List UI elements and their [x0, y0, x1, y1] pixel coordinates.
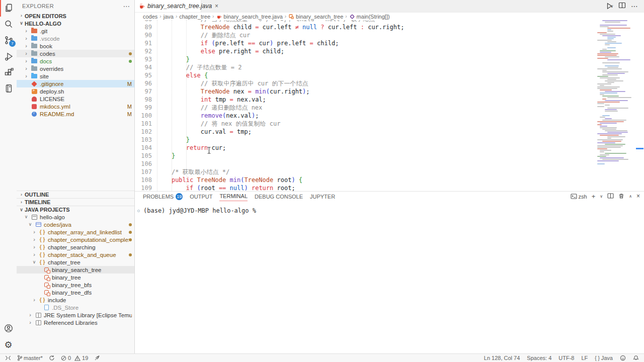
- section-timeline[interactable]: › TIMELINE: [17, 198, 134, 206]
- file-item-docs[interactable]: ›docs: [17, 57, 134, 65]
- code-editor[interactable]: 88// 当子结点数量 = 0 / 1 时， child = null / 该子…: [135, 20, 596, 191]
- java-item--ds-store[interactable]: .DS_Store: [17, 304, 134, 311]
- code-line-93[interactable]: 93}: [135, 55, 596, 63]
- terminal-shell-selector[interactable]: zsh: [571, 194, 587, 200]
- code-line-102[interactable]: 102cur.val = tmp;: [135, 128, 596, 136]
- language-mode[interactable]: { } Java: [595, 355, 613, 361]
- java-item-codes-java[interactable]: ∨codes/java: [17, 221, 134, 228]
- java-item-chapter-tree[interactable]: ∨chapter_tree: [17, 258, 134, 266]
- file-item--git[interactable]: ›.git: [17, 27, 134, 35]
- account-icon[interactable]: [0, 320, 17, 336]
- file-item-readme-md[interactable]: README.mdM: [17, 110, 134, 118]
- java-item-binary-tree[interactable]: binary_tree: [17, 274, 134, 281]
- terminal[interactable]: (base) jyd@JYD-MBP hello-algo %: [135, 201, 644, 214]
- section-open-editors[interactable]: › OPEN EDITORS: [17, 12, 134, 20]
- run-debug-icon[interactable]: [0, 48, 17, 64]
- notebook-icon[interactable]: [0, 80, 17, 97]
- code-line-101[interactable]: 101// 将 nex 的值复制给 cur: [135, 120, 596, 128]
- java-item-include[interactable]: ›include: [17, 296, 134, 304]
- java-item-binary-tree-dfs[interactable]: binary_tree_dfs: [17, 289, 134, 296]
- source-control-icon[interactable]: 7: [0, 32, 17, 48]
- section-outline[interactable]: › OUTLINE: [17, 191, 134, 198]
- java-item-binary-tree-bfs[interactable]: binary_tree_bfs: [17, 281, 134, 289]
- eol-setting[interactable]: LF: [581, 355, 588, 361]
- close-panel-icon[interactable]: ×: [636, 194, 640, 199]
- command-decoration-icon[interactable]: [137, 210, 140, 212]
- tab-close-icon[interactable]: ×: [215, 3, 218, 9]
- code-line-106[interactable]: 106: [135, 160, 596, 168]
- tab-binary-search-tree[interactable]: binary_search_tree.java ×: [135, 0, 201, 12]
- code-line-103[interactable]: 103}: [135, 136, 596, 144]
- file-item-overrides[interactable]: ›overrides: [17, 65, 134, 72]
- terminal-dropdown-chevron-icon[interactable]: ∨: [600, 194, 603, 199]
- extensions-icon[interactable]: [0, 64, 17, 80]
- git-branch-status[interactable]: master*: [17, 355, 43, 361]
- breadcrumb-class[interactable]: binary_search_tree: [296, 14, 343, 20]
- tab-debug-console[interactable]: DEBUG CONSOLE: [255, 192, 303, 201]
- kill-terminal-icon[interactable]: [618, 193, 624, 200]
- java-item-binary-search-tree[interactable]: binary_search_tree: [17, 266, 134, 274]
- explorer-more-actions-icon[interactable]: [123, 2, 130, 10]
- explorer-icon[interactable]: [0, 0, 17, 16]
- code-line-98[interactable]: 98int tmp = nex.val;: [135, 96, 596, 104]
- file-item-license[interactable]: LICENSE: [17, 95, 134, 103]
- remote-indicator-icon[interactable]: [5, 355, 11, 360]
- java-item-referenced-libraries[interactable]: ›Referenced Libraries: [17, 319, 134, 326]
- java-item-chapter-searching[interactable]: ›chapter_searching: [17, 243, 134, 251]
- code-line-96[interactable]: 96// 获取中序遍历中 cur 的下一个结点: [135, 79, 596, 87]
- cursor-position[interactable]: Ln 128, Col 74: [484, 355, 520, 361]
- run-java-button[interactable]: ∨: [605, 2, 613, 10]
- tab-output[interactable]: OUTPUT: [190, 192, 212, 201]
- section-workspace-root[interactable]: ∨ HELLO-ALGO: [17, 20, 134, 27]
- tab-problems[interactable]: PROBLEMS 19: [143, 192, 183, 201]
- code-line-95[interactable]: 95else {: [135, 71, 596, 79]
- encoding-setting[interactable]: UTF-8: [558, 355, 574, 361]
- file-item-mkdocs-yml[interactable]: mkdocs.ymlM: [17, 103, 134, 110]
- code-line-94[interactable]: 94// 子结点数量 = 2: [135, 63, 596, 71]
- code-line-90[interactable]: 90// 删除结点 cur: [135, 31, 596, 39]
- file-item--gitignore[interactable]: .gitignoreM: [17, 80, 134, 87]
- breadcrumb-chapter-tree[interactable]: chapter_tree: [179, 14, 210, 20]
- rocket-icon[interactable]: [94, 355, 100, 361]
- file-item-site[interactable]: ›site: [17, 72, 134, 80]
- code-line-105[interactable]: 105}: [135, 152, 596, 160]
- code-line-108[interactable]: 108public TreeNode min(TreeNode root) {: [135, 176, 596, 184]
- search-icon[interactable]: [0, 16, 17, 32]
- code-line-91[interactable]: 91if (pre.left == cur) pre.left = child;: [135, 39, 596, 47]
- breadcrumb-codes[interactable]: codes: [143, 14, 157, 20]
- breadcrumb-method[interactable]: main(String[]): [357, 14, 390, 20]
- code-line-89[interactable]: 89TreeNode child = cur.left ≠ null ? cur…: [135, 23, 596, 31]
- code-line-92[interactable]: 92else pre.right = child;: [135, 47, 596, 55]
- java-item-chapter-stack-and-queue[interactable]: ›chapter_stack_and_queue: [17, 251, 134, 258]
- java-item-hello-algo[interactable]: ∨hello-algo: [17, 213, 134, 221]
- code-line-100[interactable]: 100remove(nex.val);: [135, 112, 596, 120]
- code-line-107[interactable]: 107/* 获取最小结点 */: [135, 168, 596, 176]
- java-item-jre-system-library-eclipse-temurin-17-17-[interactable]: ›JRE System Library [Eclipse Temurin 17 …: [17, 311, 134, 319]
- tab-terminal[interactable]: TERMINAL: [219, 192, 248, 201]
- code-line-109[interactable]: 109if (root == null) return root;: [135, 184, 596, 191]
- file-item--vscode[interactable]: ›.vscode: [17, 35, 134, 42]
- maximize-panel-icon[interactable]: ∧: [629, 194, 632, 199]
- sync-icon[interactable]: [49, 355, 55, 361]
- file-item-deploy-sh[interactable]: deploy.sh: [17, 87, 134, 95]
- file-item-codes[interactable]: ›codes: [17, 50, 134, 57]
- feedback-smiley-icon[interactable]: [620, 355, 626, 361]
- minimap[interactable]: [596, 20, 635, 189]
- tab-jupyter[interactable]: JUPYTER: [310, 192, 335, 201]
- overview-ruler[interactable]: [635, 20, 644, 191]
- breadcrumb-java[interactable]: java: [164, 14, 174, 20]
- section-java-projects[interactable]: ∨ JAVA PROJECTS: [17, 206, 134, 213]
- new-terminal-icon[interactable]: +: [592, 194, 596, 199]
- java-item-chapter-array-and-linkedlist[interactable]: ›chapter_array_and_linkedlist: [17, 228, 134, 236]
- notifications-bell-icon[interactable]: [633, 355, 639, 361]
- code-line-104[interactable]: 104return cur;: [135, 144, 596, 152]
- editor-more-actions-icon[interactable]: [631, 2, 638, 11]
- split-editor-icon[interactable]: [618, 2, 626, 11]
- breadcrumb-file[interactable]: binary_search_tree.java: [223, 14, 282, 20]
- problems-status[interactable]: 0 19: [61, 355, 88, 361]
- run-dropdown-chevron-icon[interactable]: ∨: [610, 4, 613, 9]
- code-line-97[interactable]: 97TreeNode nex = min(cur.right);: [135, 87, 596, 96]
- indentation-setting[interactable]: Spaces: 4: [527, 355, 551, 361]
- code-line-99[interactable]: 99// 递归删除结点 nex: [135, 104, 596, 112]
- split-terminal-icon[interactable]: [607, 193, 614, 200]
